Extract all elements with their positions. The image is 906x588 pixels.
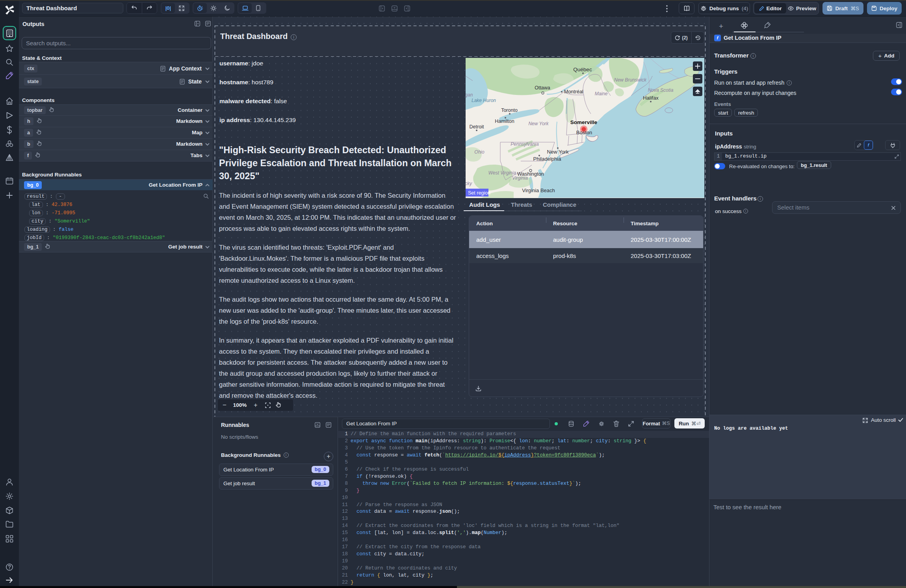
svg-text:Set region: Set region <box>468 190 490 196</box>
svg-text:New Brunswick: New Brunswick <box>614 77 647 83</box>
svg-text:Philadelphia: Philadelphia <box>533 156 562 162</box>
svg-text:Boston: Boston <box>576 130 592 135</box>
svg-text:New York: New York <box>547 149 569 155</box>
svg-text:West Virginia: West Virginia <box>488 170 516 176</box>
svg-text:igan: igan <box>466 92 473 98</box>
svg-text:Pennsylvania: Pennsylvania <box>511 141 539 147</box>
svg-text:Hamilton: Hamilton <box>495 119 514 124</box>
svg-text:Nova Scotia: Nova Scotia <box>648 87 674 93</box>
svg-text:Ottawa: Ottawa <box>535 85 550 91</box>
svg-text:Detroit: Detroit <box>470 124 484 130</box>
svg-text:Montréal: Montréal <box>564 89 583 95</box>
svg-text:Ohio: Ohio <box>474 149 485 155</box>
svg-text:New York: New York <box>528 121 549 126</box>
svg-text:Halifax: Halifax <box>643 95 659 101</box>
svg-text:cky: cky <box>466 181 472 186</box>
svg-text:Toronto: Toronto <box>501 108 518 113</box>
svg-text:Québec: Québec <box>573 67 592 72</box>
svg-text:Virginia: Virginia <box>512 175 528 181</box>
svg-text:Somerville: Somerville <box>570 119 598 125</box>
svg-text:Virginia Beach: Virginia Beach <box>522 187 555 193</box>
svg-text:Maine: Maine <box>595 91 608 96</box>
svg-text:Lake Huron: Lake Huron <box>472 98 496 103</box>
